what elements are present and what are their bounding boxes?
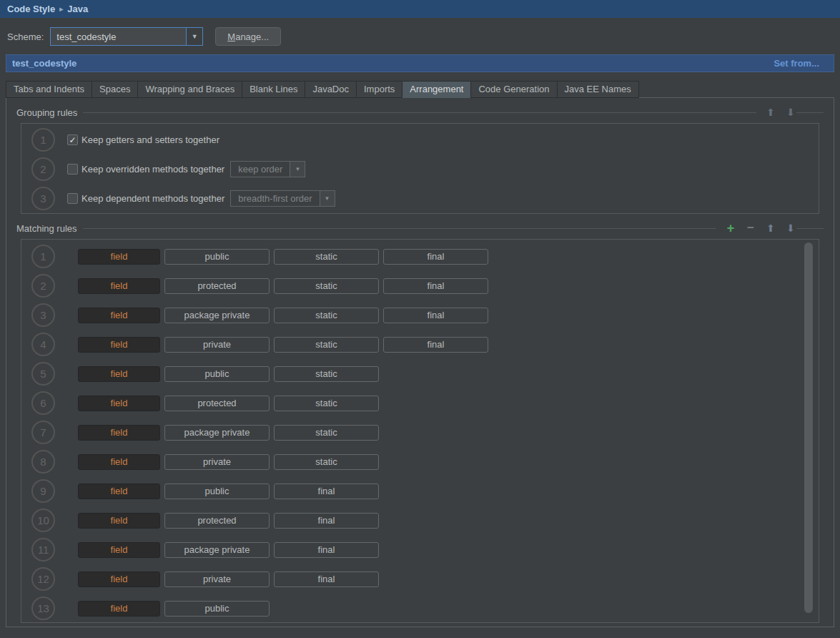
- checkbox[interactable]: [67, 164, 78, 175]
- rule-type-chip[interactable]: field: [78, 454, 160, 470]
- rule-modifier-chip[interactable]: protected: [164, 278, 270, 294]
- rule-modifier-chip[interactable]: final: [274, 571, 379, 587]
- tab-tabs-and-indents[interactable]: Tabs and Indents: [6, 81, 92, 98]
- grouping-rules-header: Grouping rules ⬆ ⬇: [16, 107, 824, 118]
- rule-type-chip[interactable]: field: [78, 278, 160, 294]
- rule-modifier-chip[interactable]: package private: [164, 542, 270, 558]
- rule-modifier-chip[interactable]: final: [274, 513, 379, 529]
- grouping-rules-title: Grouping rules: [16, 107, 77, 118]
- rule-modifier-chip[interactable]: final: [274, 484, 379, 499]
- tab-wrapping-and-braces[interactable]: Wrapping and Braces: [137, 81, 242, 98]
- move-down-icon[interactable]: ⬇: [785, 222, 796, 234]
- rule-type-chip[interactable]: field: [78, 484, 160, 499]
- chevron-down-icon[interactable]: ▼: [290, 162, 305, 177]
- divider: [83, 228, 716, 229]
- rule-modifier-chip[interactable]: public: [164, 249, 270, 265]
- rule-number-badge: 5: [31, 362, 55, 386]
- rule-modifier-chip[interactable]: private: [164, 337, 270, 353]
- divider: [83, 112, 756, 113]
- rule-modifier-chip[interactable]: public: [164, 484, 270, 499]
- grouping-rule-row: 3Keep dependent methods togetherbreadth-…: [21, 184, 819, 213]
- rule-number-badge: 8: [31, 450, 55, 473]
- rule-modifier-chip[interactable]: public: [164, 366, 270, 382]
- matching-rule-row: 12fieldprivatefinal: [21, 564, 819, 594]
- tab-imports[interactable]: Imports: [356, 81, 402, 98]
- rule-number-badge: 1: [31, 128, 55, 152]
- matching-rule-row: 11fieldpackage privatefinal: [21, 535, 819, 564]
- rule-number-badge: 6: [31, 391, 55, 415]
- rule-modifier-chip[interactable]: private: [164, 454, 270, 470]
- rule-modifier-chip[interactable]: final: [383, 308, 488, 323]
- rule-modifier-chip[interactable]: package private: [164, 425, 270, 441]
- grouping-rule-label: Keep dependent methods together: [81, 193, 224, 204]
- breadcrumb-section: Code Style: [7, 4, 55, 14]
- rule-modifier-chip[interactable]: final: [274, 542, 379, 558]
- matching-rule-row: 4fieldprivatestaticfinal: [21, 330, 819, 359]
- rule-type-chip[interactable]: field: [78, 542, 160, 558]
- tab-blank-lines[interactable]: Blank Lines: [242, 81, 305, 98]
- rule-modifier-chip[interactable]: static: [274, 425, 379, 441]
- rule-type-chip[interactable]: field: [78, 425, 160, 441]
- rule-number-badge: 3: [31, 187, 55, 210]
- divider: [796, 228, 824, 229]
- rule-modifier-chip[interactable]: public: [164, 601, 270, 617]
- rule-number-badge: 2: [31, 274, 55, 298]
- tab-javadoc[interactable]: JavaDoc: [305, 81, 357, 98]
- remove-rule-icon[interactable]: −: [745, 222, 756, 234]
- rule-modifier-chip[interactable]: static: [274, 308, 379, 323]
- scrollbar[interactable]: [804, 242, 813, 618]
- rule-modifier-chip[interactable]: static: [274, 278, 379, 294]
- rule-type-chip[interactable]: field: [78, 396, 160, 411]
- matching-rule-row: 9fieldpublicfinal: [21, 476, 819, 506]
- rule-modifier-chip[interactable]: static: [274, 366, 379, 382]
- move-up-icon[interactable]: ⬆: [765, 222, 776, 234]
- grouping-rule-combobox[interactable]: breadth-first order▼: [230, 190, 335, 207]
- move-up-icon[interactable]: ⬆: [765, 107, 776, 118]
- rule-modifier-chip[interactable]: package private: [164, 308, 270, 323]
- scheme-combobox-value: test_codestyle: [51, 28, 186, 45]
- rule-modifier-chip[interactable]: protected: [164, 513, 270, 529]
- rule-modifier-chip[interactable]: final: [383, 278, 488, 294]
- rule-type-chip[interactable]: field: [78, 571, 160, 587]
- grouping-rule-label: Keep overridden methods together: [81, 164, 224, 175]
- manage-button[interactable]: Manage...: [215, 27, 281, 46]
- rule-type-chip[interactable]: field: [78, 366, 160, 382]
- add-rule-icon[interactable]: +: [725, 222, 736, 234]
- move-down-icon[interactable]: ⬇: [785, 107, 796, 118]
- rule-modifier-chip[interactable]: protected: [164, 396, 270, 411]
- chevron-down-icon[interactable]: ▼: [320, 191, 335, 206]
- rule-type-chip[interactable]: field: [78, 601, 160, 617]
- breadcrumb-page: Java: [67, 4, 88, 14]
- scrollbar-thumb[interactable]: [804, 242, 813, 613]
- breadcrumb-separator-icon: ▸: [59, 5, 63, 13]
- tab-code-generation[interactable]: Code Generation: [470, 81, 557, 98]
- rule-type-chip[interactable]: field: [78, 513, 160, 529]
- rule-modifier-chip[interactable]: static: [274, 396, 379, 411]
- rule-number-badge: 12: [31, 567, 55, 591]
- rule-modifier-chip[interactable]: final: [383, 249, 488, 265]
- grouping-rule-row: 1✓Keep getters and setters together: [21, 125, 819, 154]
- tab-java-ee-names[interactable]: Java EE Names: [557, 81, 639, 98]
- matching-rules-header: Matching rules + − ⬆ ⬇: [16, 222, 824, 234]
- rule-type-chip[interactable]: field: [78, 308, 160, 323]
- checkbox[interactable]: [67, 193, 78, 204]
- rule-type-chip[interactable]: field: [78, 249, 160, 265]
- tab-bar: Tabs and IndentsSpacesWrapping and Brace…: [6, 81, 840, 98]
- rule-modifier-chip[interactable]: private: [164, 571, 270, 587]
- set-from-link[interactable]: Set from...: [774, 58, 819, 69]
- scheme-combobox[interactable]: test_codestyle ▼: [50, 27, 203, 46]
- grouping-rule-combobox[interactable]: keep order▼: [230, 161, 305, 177]
- checkbox[interactable]: ✓: [67, 134, 78, 145]
- rule-number-badge: 10: [31, 509, 55, 532]
- rule-modifier-chip[interactable]: final: [383, 337, 488, 353]
- rule-modifier-chip[interactable]: static: [274, 454, 379, 470]
- tab-spaces[interactable]: Spaces: [92, 81, 138, 98]
- chevron-down-icon[interactable]: ▼: [186, 28, 202, 45]
- rule-modifier-chip[interactable]: static: [274, 337, 379, 353]
- rule-number-badge: 1: [31, 245, 55, 268]
- rule-modifier-chip[interactable]: static: [274, 249, 379, 265]
- grouping-rule-row: 2Keep overridden methods togetherkeep or…: [21, 154, 819, 184]
- tab-arrangement[interactable]: Arrangement: [402, 81, 471, 98]
- rule-type-chip[interactable]: field: [78, 337, 160, 353]
- matching-rules-list: 1fieldpublicstaticfinal2fieldprotectedst…: [21, 239, 819, 623]
